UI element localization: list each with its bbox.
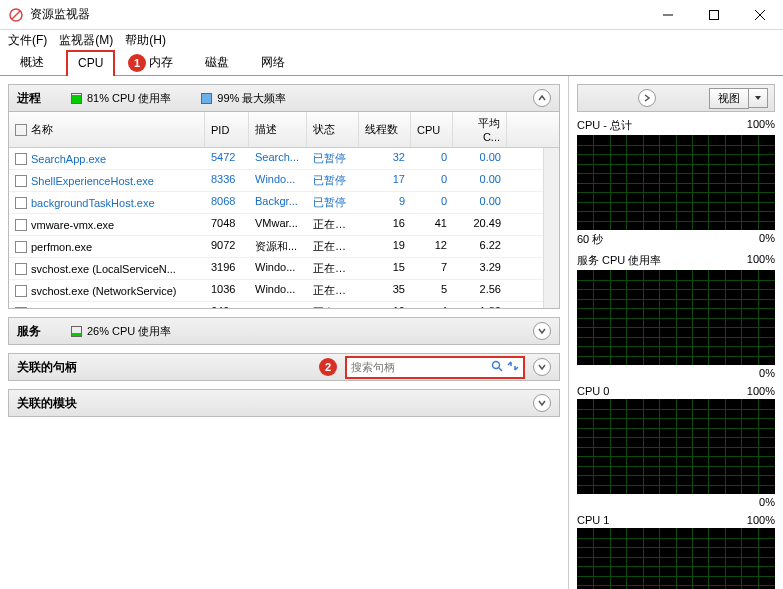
col-cpu[interactable]: CPU	[411, 112, 453, 147]
col-name[interactable]: 名称	[9, 112, 205, 147]
col-status[interactable]: 状态	[307, 112, 359, 147]
chart-block: CPU 1100%	[577, 512, 775, 589]
collapse-services-icon[interactable]	[533, 322, 551, 340]
cell-desc: Windo...	[249, 170, 307, 191]
search-handles-input[interactable]	[351, 361, 491, 373]
scrollbar[interactable]	[543, 148, 559, 308]
menubar: 文件(F) 监视器(M) 帮助(H)	[0, 30, 783, 50]
row-checkbox[interactable]	[15, 307, 27, 309]
chart-canvas	[577, 270, 775, 365]
tabbar: 概述 CPU 1 内存 磁盘 网络	[0, 50, 783, 76]
cell-cpu: 4	[411, 302, 453, 308]
row-checkbox[interactable]	[15, 153, 27, 165]
cell-desc: Backgr...	[249, 192, 307, 213]
row-checkbox[interactable]	[15, 219, 27, 231]
table-row[interactable]: backgroundTaskHost.exe8068Backgr...已暂停90…	[9, 192, 559, 214]
cpu-usage-label: 81% CPU 使用率	[87, 91, 171, 106]
cpu-usage-meter: 81% CPU 使用率	[71, 91, 171, 106]
section-handles-title: 关联的句柄	[17, 359, 77, 376]
cell-pid: 9072	[205, 236, 249, 257]
row-checkbox[interactable]	[15, 197, 27, 209]
collapse-processes-icon[interactable]	[533, 89, 551, 107]
view-button[interactable]: 视图	[709, 88, 749, 109]
chart-canvas	[577, 528, 775, 589]
row-checkbox[interactable]	[15, 285, 27, 297]
processes-table: 名称 PID 描述 状态 线程数 CPU 平均 C... SearchApp.e…	[8, 112, 560, 309]
table-row[interactable]: svchost.exe (LocalServiceN...3196Windo..…	[9, 258, 559, 280]
right-panel-header: 视图	[577, 84, 775, 112]
cell-threads: 32	[359, 148, 411, 169]
menu-monitor[interactable]: 监视器(M)	[59, 32, 113, 49]
col-desc[interactable]: 描述	[249, 112, 307, 147]
col-avg[interactable]: 平均 C...	[453, 112, 507, 147]
minimize-button[interactable]	[645, 0, 691, 30]
max-freq-label: 99% 最大频率	[217, 91, 286, 106]
chart-title: CPU 0	[577, 385, 609, 397]
chart-footer-right: 0%	[759, 367, 775, 379]
table-row[interactable]: perfmon.exe9072资源和...正在运行19126.22	[9, 236, 559, 258]
refresh-icon[interactable]	[507, 360, 519, 375]
table-row[interactable]: svchost.exe (NetworkService)1036Windo...…	[9, 280, 559, 302]
cell-status: 正在运行	[307, 236, 359, 257]
cell-name: svchost.exe (LocalServiceN...	[9, 258, 205, 279]
cell-status: 正在运行	[307, 302, 359, 308]
annotation-badge-2: 2	[319, 358, 337, 376]
cell-avg: 0.00	[453, 192, 507, 213]
view-dropdown-icon[interactable]	[748, 88, 768, 108]
cell-desc: Windo...	[249, 258, 307, 279]
charts-container: CPU - 总计100%60 秒0%服务 CPU 使用率100%0%CPU 01…	[569, 116, 783, 589]
chart-max: 100%	[747, 118, 775, 133]
table-body: SearchApp.exe5472Search...已暂停3200.00Shel…	[9, 148, 559, 308]
cell-pid: 3196	[205, 258, 249, 279]
table-header: 名称 PID 描述 状态 线程数 CPU 平均 C...	[9, 112, 559, 148]
chart-max: 100%	[747, 385, 775, 397]
tab-cpu[interactable]: CPU	[66, 50, 115, 76]
section-modules-title: 关联的模块	[17, 395, 77, 412]
menu-file[interactable]: 文件(F)	[8, 32, 47, 49]
menu-help[interactable]: 帮助(H)	[125, 32, 166, 49]
cell-cpu: 0	[411, 148, 453, 169]
col-threads[interactable]: 线程数	[359, 112, 411, 147]
collapse-modules-icon[interactable]	[533, 394, 551, 412]
row-checkbox[interactable]	[15, 241, 27, 253]
close-button[interactable]	[737, 0, 783, 30]
cell-avg: 0.00	[453, 170, 507, 191]
chart-canvas	[577, 399, 775, 494]
row-checkbox[interactable]	[15, 263, 27, 275]
checkbox-all[interactable]	[15, 124, 27, 136]
cell-avg: 20.49	[453, 214, 507, 235]
cell-avg: 2.56	[453, 280, 507, 301]
chart-footer-right: 0%	[759, 496, 775, 508]
tab-disk[interactable]: 磁盘	[195, 50, 239, 75]
chart-footer-right: 0%	[759, 232, 775, 247]
collapse-handles-icon[interactable]	[533, 358, 551, 376]
cell-desc: Windo...	[249, 280, 307, 301]
table-row[interactable]: SearchApp.exe5472Search...已暂停3200.00	[9, 148, 559, 170]
tab-overview[interactable]: 概述	[10, 50, 54, 75]
row-checkbox[interactable]	[15, 175, 27, 187]
max-freq-meter: 99% 最大频率	[201, 91, 286, 106]
table-row[interactable]: services.exe640正在运行1041.83	[9, 302, 559, 308]
expand-right-icon[interactable]	[638, 89, 656, 107]
section-processes-title: 进程	[17, 90, 41, 107]
col-pid[interactable]: PID	[205, 112, 249, 147]
cell-desc: Search...	[249, 148, 307, 169]
cell-name: perfmon.exe	[9, 236, 205, 257]
tab-network[interactable]: 网络	[251, 50, 295, 75]
section-handles-header[interactable]: 关联的句柄 2	[8, 353, 560, 381]
maximize-button[interactable]	[691, 0, 737, 30]
cell-desc: 资源和...	[249, 236, 307, 257]
titlebar: 资源监视器	[0, 0, 783, 30]
table-row[interactable]: vmware-vmx.exe7048VMwar...正在运行164120.49	[9, 214, 559, 236]
cell-pid: 8068	[205, 192, 249, 213]
section-modules-header[interactable]: 关联的模块	[8, 389, 560, 417]
search-icon[interactable]	[491, 360, 503, 375]
chart-title: 服务 CPU 使用率	[577, 253, 661, 268]
cell-cpu: 41	[411, 214, 453, 235]
section-processes-header[interactable]: 进程 81% CPU 使用率 99% 最大频率	[8, 84, 560, 112]
services-cpu-meter: 26% CPU 使用率	[71, 324, 171, 339]
svg-rect-3	[710, 10, 719, 19]
table-row[interactable]: ShellExperienceHost.exe8336Windo...已暂停17…	[9, 170, 559, 192]
section-services-header[interactable]: 服务 26% CPU 使用率	[8, 317, 560, 345]
right-panel: 视图 CPU - 总计100%60 秒0%服务 CPU 使用率100%0%CPU…	[568, 76, 783, 589]
